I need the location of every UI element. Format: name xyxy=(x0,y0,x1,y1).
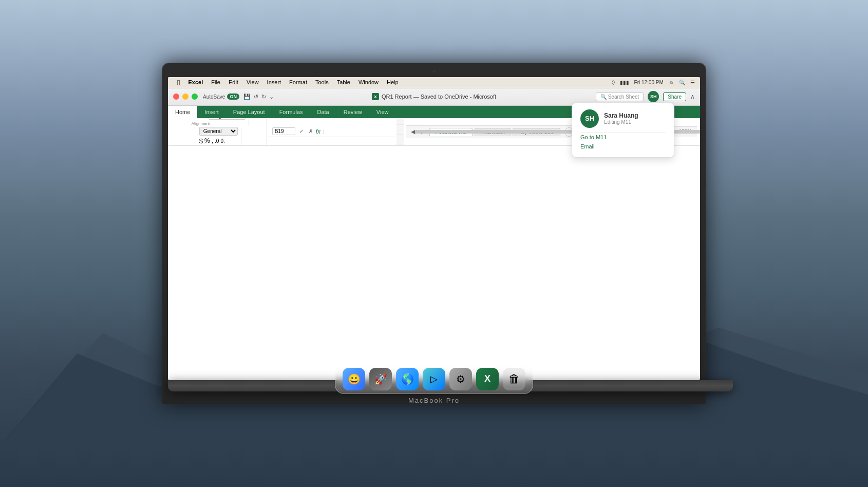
save-icon[interactable]: 💾 xyxy=(243,93,251,100)
wifi-icon: 〈〉 xyxy=(612,79,615,85)
macbook-label: MacBook Pro xyxy=(168,397,700,404)
formula-bar: ✓ ✗ fx | xyxy=(268,126,395,137)
titlebar-right-group: 🔍 Search Sheet SH Share ∧ xyxy=(596,91,695,102)
menu-insert[interactable]: Insert xyxy=(263,79,286,85)
screen:  Excel File Edit View Insert Format Too… xyxy=(168,77,700,380)
close-btn[interactable] xyxy=(173,93,179,100)
cell-ref-input[interactable] xyxy=(272,127,295,135)
excel-window: AutoSave ON 💾 ↺ ↻ ⌄ X QR1 Report — S xyxy=(168,88,700,380)
number-format-select[interactable]: General Number Currency Percentage xyxy=(199,127,238,136)
row-numbers-col: 1 2 3 4 5 6 7 8 9 10 11 xyxy=(397,118,404,146)
tab-insert[interactable]: Insert xyxy=(197,106,226,118)
sara-avatar: SH xyxy=(580,118,599,128)
formula-check-icon[interactable]: ✓ xyxy=(297,128,306,134)
control-center-icon[interactable]: ☰ xyxy=(690,80,695,85)
currency-icon[interactable]: $ xyxy=(199,137,203,145)
autosave-label: AutoSave xyxy=(203,94,225,100)
number-group: General Number Currency Percentage $ % ,… xyxy=(196,127,241,146)
tab-page-layout[interactable]: Page Layout xyxy=(226,106,272,118)
menu-excel[interactable]: Excel xyxy=(184,79,207,85)
percent-icon[interactable]: % xyxy=(204,137,210,144)
dock-launchpad[interactable]: 🚀 xyxy=(369,368,392,390)
macos-menubar:  Excel File Edit View Insert Format Too… xyxy=(168,77,700,88)
window-title: X QR1 Report — Saved to OneDrive - Micro… xyxy=(372,93,496,100)
redo-icon[interactable]: ↻ xyxy=(261,93,266,100)
home-ribbon: 📋 Paste ✂ Clipboard xyxy=(168,118,700,146)
tab-data[interactable]: Data xyxy=(310,106,336,118)
traffic-lights xyxy=(173,93,198,100)
menu-window[interactable]: Window xyxy=(354,79,383,85)
dock-trash[interactable]: 🗑 xyxy=(503,368,525,390)
share-btn[interactable]: Share xyxy=(663,92,686,101)
battery-icon: ▮▮▮ xyxy=(620,80,629,85)
alignment-group: ⇤ ⇥ ⇦ | Wrap Text ⇐ ⇒ | Merge & Center xyxy=(188,118,249,126)
excel-file-icon: X xyxy=(372,93,379,100)
menu-edit[interactable]: Edit xyxy=(224,79,242,85)
comma-icon[interactable]: , xyxy=(212,137,213,144)
laptop:  Excel File Edit View Insert Format Too… xyxy=(162,63,706,404)
menu-table[interactable]: Table xyxy=(333,79,354,85)
tab-view[interactable]: View xyxy=(369,106,396,118)
search-icon-menu[interactable]: 🔍 xyxy=(679,80,685,85)
dock: 😀 🚀 🌎 ▷ ⚙ X 🗑 xyxy=(335,364,533,394)
maximize-btn[interactable] xyxy=(192,93,198,100)
formula-input[interactable] xyxy=(326,128,391,134)
goto-m11-link[interactable]: Go to M11 xyxy=(580,132,666,142)
collapse-btn[interactable]: ∧ xyxy=(690,93,695,100)
menu-tools[interactable]: Tools xyxy=(311,79,333,85)
dock-excel[interactable]: X xyxy=(476,368,499,390)
sara-editing: Editing M11 xyxy=(604,119,638,125)
dec-increase-icon[interactable]: .0 xyxy=(215,138,219,144)
tab-review[interactable]: Review xyxy=(336,106,369,118)
dock-safari[interactable]: 🌎 xyxy=(396,368,419,390)
menu-format[interactable]: Format xyxy=(285,79,311,85)
formula-cancel-icon[interactable]: ✗ xyxy=(308,128,314,134)
autosave-group: AutoSave ON xyxy=(203,93,239,100)
dock-finder[interactable]: 😀 xyxy=(343,368,365,390)
email-link[interactable]: Email xyxy=(580,142,666,146)
spreadsheet-content: A B C D E F G H I J K L xyxy=(397,118,404,146)
clipboard-group: 📋 Paste ✂ Clipboard xyxy=(171,118,267,145)
menu-file[interactable]: File xyxy=(207,79,224,85)
menu-view[interactable]: View xyxy=(242,79,263,85)
search-sheet-box[interactable]: 🔍 Search Sheet xyxy=(596,92,644,101)
laptop-screen-bezel:  Excel File Edit View Insert Format Too… xyxy=(162,63,706,404)
formula-fx-icon[interactable]: fx xyxy=(316,128,320,135)
indent-right-icon[interactable]: ⇒ xyxy=(198,118,202,120)
dec-decrease-icon[interactable]: 0. xyxy=(220,138,224,144)
tab-formulas[interactable]: Formulas xyxy=(272,106,310,118)
menu-help[interactable]: Help xyxy=(383,79,403,85)
dock-appstore[interactable]: ▷ xyxy=(423,368,445,390)
camera xyxy=(432,70,436,73)
quick-access-toolbar: 💾 ↺ ↻ ⌄ xyxy=(243,93,274,100)
user-avatar-titlebar[interactable]: SH xyxy=(648,91,659,102)
tab-home[interactable]: Home xyxy=(168,106,197,118)
more-icon[interactable]: ⌄ xyxy=(269,93,274,100)
merge-center-btn[interactable]: Merge & Center xyxy=(209,118,246,120)
apple-menu[interactable]:  xyxy=(173,78,184,87)
dock-settings[interactable]: ⚙ xyxy=(449,368,472,390)
indent-left-icon[interactable]: ⇐ xyxy=(192,118,196,120)
clock-display: Fri 12:00 PM xyxy=(634,80,664,85)
autosave-toggle[interactable]: ON xyxy=(227,93,239,100)
minimize-btn[interactable] xyxy=(182,93,188,100)
user-menu-icon[interactable]: ☺ xyxy=(669,80,674,85)
user-tooltip: SH Sara Huang Editing M11 Go to M11 Emai… xyxy=(572,118,674,146)
search-icon: 🔍 xyxy=(600,94,607,100)
undo-icon[interactable]: ↺ xyxy=(254,93,258,100)
